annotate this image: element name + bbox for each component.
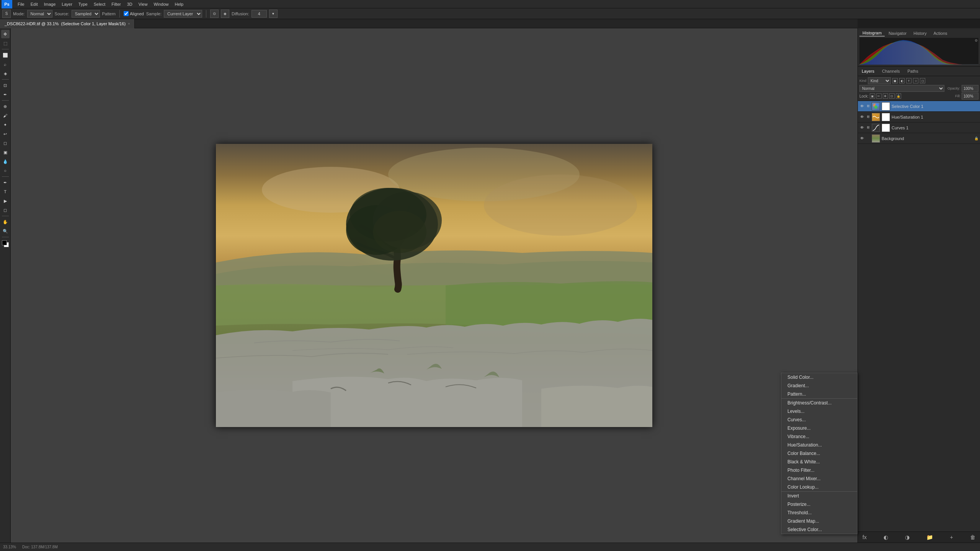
diffusion-input[interactable] (252, 10, 267, 18)
layer-hue-saturation[interactable]: 👁 ⛓ Hue/Saturation 1 (858, 112, 980, 122)
source-select[interactable]: Sampled (72, 10, 100, 18)
color-balance-item[interactable]: Color Balance... (781, 449, 857, 458)
history-tab[interactable]: History (910, 30, 929, 36)
black-white-item[interactable]: Black & White... (781, 458, 857, 466)
crop-tool[interactable]: ⊡ (1, 81, 10, 90)
threshold-item[interactable]: Threshold... (781, 509, 857, 517)
clone-stamp-tool[interactable]: ✦ (1, 121, 10, 129)
new-adjustment-button[interactable]: ◑ (903, 533, 911, 541)
eraser-tool[interactable]: ◻ (1, 139, 10, 147)
zoom-tool[interactable]: 🔍 (1, 227, 10, 235)
filter-vector-icon[interactable]: ☆ (913, 78, 918, 83)
healing-brush-tool[interactable]: ⊕ (1, 102, 10, 111)
sample-select[interactable]: Current Layer (164, 10, 202, 18)
hue-saturation-item[interactable]: Hue/Saturation... (781, 441, 857, 449)
layer-background[interactable]: 👁 Background 🔒 (858, 133, 980, 144)
layer-vis-hue-sat[interactable]: 👁 (859, 114, 865, 120)
opacity-input[interactable] (962, 85, 978, 92)
actions-tab[interactable]: Actions (930, 30, 950, 36)
levels-item[interactable]: Levels... (781, 407, 857, 416)
layer-vis-selective-color[interactable]: 👁 (859, 104, 865, 109)
exposure-item[interactable]: Exposure... (781, 424, 857, 432)
blur-tool[interactable]: 💧 (1, 157, 10, 166)
layer-curves[interactable]: 👁 ⛓ Curves 1 (858, 122, 980, 133)
menu-3d[interactable]: 3D (124, 1, 136, 7)
aligned-checkbox[interactable] (124, 11, 129, 16)
solid-color-item[interactable]: Solid Color... (781, 373, 857, 381)
brush-options-icon[interactable]: ⊙ (210, 10, 219, 18)
gradient-tool[interactable]: ▣ (1, 148, 10, 156)
channels-tab[interactable]: Channels (878, 67, 903, 75)
kind-select[interactable]: Kind (868, 77, 891, 84)
brightness-contrast-item[interactable]: Brightness/Contrast... (781, 398, 857, 407)
menu-filter[interactable]: Filter (108, 1, 124, 7)
menu-type[interactable]: Type (75, 1, 91, 7)
lock-all-icon[interactable]: 🔒 (896, 93, 901, 99)
clone-source-icon[interactable]: ◈ (221, 10, 229, 18)
menu-window[interactable]: Window (150, 1, 172, 7)
document-tab[interactable]: _DSC8622-HDR.tif @ 33.1% (Selective Colo… (0, 19, 135, 28)
gradient-map-item[interactable]: Gradient Map... (781, 517, 857, 525)
hand-tool[interactable]: ✋ (1, 218, 10, 226)
menu-help[interactable]: Help (172, 1, 187, 7)
menu-layer[interactable]: Layer (59, 1, 75, 7)
pattern-item[interactable]: Pattern... (781, 390, 857, 398)
filter-adjust-icon[interactable]: ◐ (899, 78, 905, 83)
foreground-color-swatch[interactable] (2, 240, 7, 245)
lock-artboard-icon[interactable]: ⊡ (889, 93, 895, 99)
blend-mode-select[interactable]: Normal (859, 85, 944, 92)
menu-file[interactable]: File (15, 1, 28, 7)
new-group-button[interactable]: 📁 (925, 533, 934, 541)
lock-position-icon[interactable]: ✥ (883, 93, 888, 99)
menu-select[interactable]: Select (91, 1, 109, 7)
text-tool[interactable]: T (1, 187, 10, 196)
lock-pixels-icon[interactable]: ✏ (876, 93, 882, 99)
settings-toggle[interactable]: ▾ (269, 10, 278, 18)
add-layer-style-button[interactable]: fx (861, 533, 868, 541)
path-selection-tool[interactable]: ▶ (1, 197, 10, 205)
gradient-item[interactable]: Gradient... (781, 381, 857, 390)
curves-item[interactable]: Curves... (781, 416, 857, 424)
mode-select[interactable]: Normal (27, 10, 52, 18)
tab-close-button[interactable]: × (128, 22, 130, 26)
layer-vis-background[interactable]: 👁 (859, 136, 865, 141)
rectangular-marquee-tool[interactable]: ⬜ (1, 51, 10, 59)
histogram-menu-icon[interactable]: ⚙ (975, 39, 978, 42)
lasso-tool[interactable]: ⌕ (1, 60, 10, 68)
selective-color-item[interactable]: Selective Color... (781, 525, 857, 534)
layers-tab[interactable]: Layers (858, 67, 878, 75)
lock-transparent-icon[interactable]: ▣ (870, 93, 875, 99)
color-swatches[interactable] (2, 240, 9, 247)
invert-item[interactable]: Invert (781, 491, 857, 500)
shape-tool[interactable]: ◻ (1, 206, 10, 214)
pen-tool[interactable]: ✒ (1, 178, 10, 187)
menu-edit[interactable]: Edit (28, 1, 41, 7)
filter-smart-icon[interactable]: ◻ (920, 78, 925, 83)
add-mask-button[interactable]: ◐ (882, 533, 890, 541)
filter-pixel-icon[interactable]: ▣ (892, 78, 898, 83)
paths-tab[interactable]: Paths (904, 67, 922, 75)
dodge-tool[interactable]: ○ (1, 166, 10, 175)
filter-text-icon[interactable]: T (906, 78, 911, 83)
navigator-tab[interactable]: Navigator (885, 30, 910, 36)
history-brush-tool[interactable]: ↩ (1, 130, 10, 138)
layer-selective-color[interactable]: 👁 ⛓ Selective Color 1 (858, 101, 980, 112)
photo-filter-item[interactable]: Photo Filter... (781, 466, 857, 474)
delete-layer-button[interactable]: 🗑 (969, 533, 977, 541)
kind-label: Kind (859, 79, 866, 83)
layer-vis-curves[interactable]: 👁 (859, 125, 865, 130)
fill-input[interactable] (962, 93, 978, 99)
menu-image[interactable]: Image (41, 1, 59, 7)
eyedropper-tool[interactable]: ✒ (1, 90, 10, 99)
posterize-item[interactable]: Posterize... (781, 500, 857, 509)
move-tool[interactable]: ✥ (1, 30, 10, 38)
artboard-tool[interactable]: ⬚ (1, 39, 10, 47)
quick-select-tool[interactable]: ◈ (1, 69, 10, 78)
channel-mixer-item[interactable]: Channel Mixer... (781, 474, 857, 483)
menu-view[interactable]: View (136, 1, 151, 7)
histogram-tab[interactable]: Histogram (859, 30, 885, 36)
vibrance-item[interactable]: Vibrance... (781, 432, 857, 441)
new-layer-button[interactable]: + (949, 533, 955, 541)
brush-tool[interactable]: 🖌 (1, 111, 10, 120)
color-lookup-item[interactable]: Color Lookup... (781, 483, 857, 491)
